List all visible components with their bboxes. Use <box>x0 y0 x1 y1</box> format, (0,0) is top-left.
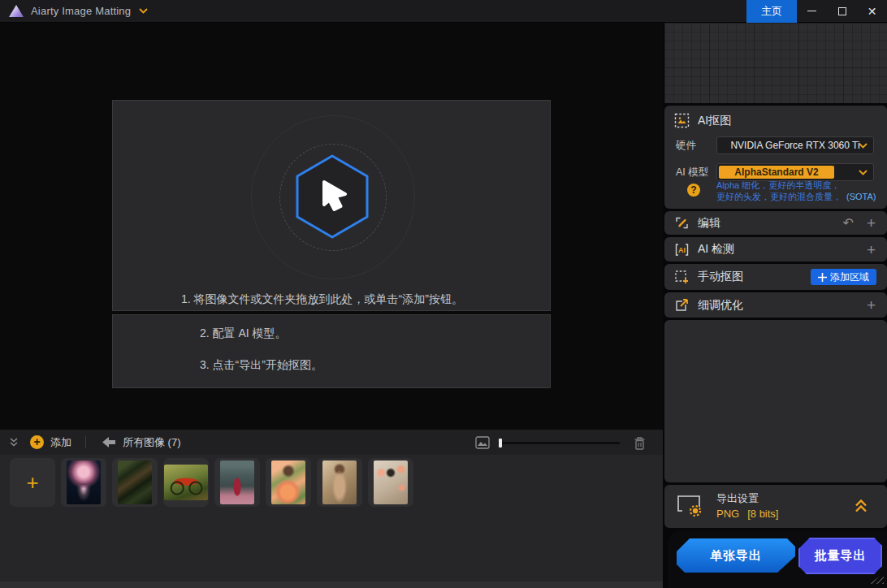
title-menu-chevron-down-icon[interactable] <box>139 8 148 14</box>
thumbnail-zoom-slider-handle[interactable] <box>499 439 502 447</box>
model-description: Alpha 细化，更好的半透明度， 更好的头发，更好的混合质量，(SOTA) <box>716 180 876 202</box>
thumbnail-image <box>220 460 254 504</box>
bottom-status-strip <box>0 582 663 588</box>
all-images-label[interactable]: 所有图像 (7) <box>123 435 181 450</box>
manual-matting-icon <box>674 270 690 285</box>
refine-label: 细调优化 <box>698 298 743 313</box>
model-label: AI 模型 <box>676 166 708 179</box>
app-logo-icon <box>9 5 24 17</box>
maximize-button[interactable] <box>827 0 857 23</box>
export-dock: 单张导出 批量导出 <box>668 530 887 588</box>
delete-trash-icon[interactable] <box>634 436 646 450</box>
ai-matting-icon <box>674 113 690 128</box>
crosshair-plus-icon <box>818 273 827 282</box>
thumbnail[interactable] <box>163 458 209 507</box>
dropzone-panel[interactable]: 1. 将图像文件或文件夹拖放到此处，或单击“添加”按钮。 <box>112 100 551 311</box>
hardware-value: NVIDIA GeForce RTX 3060 Ti <box>730 140 859 151</box>
refine-resize-icon <box>674 297 690 313</box>
model-description-line2: 更好的头发，更好的混合质量，(SOTA) <box>716 192 876 203</box>
titlebar: Aiarty Image Matting 主页 ✕ <box>0 0 887 23</box>
thumbnail-image <box>374 460 408 504</box>
add-region-label: 添加区域 <box>830 270 869 284</box>
add-region-button[interactable]: 添加区域 <box>811 269 876 285</box>
thumbnail[interactable] <box>61 458 106 507</box>
dropzone-hexagon-cursor-icon <box>293 153 371 240</box>
hardware-dropdown[interactable]: NVIDIA GeForce RTX 3060 Ti <box>716 136 874 154</box>
thumbnail-image <box>67 460 101 504</box>
resize-grip[interactable] <box>869 573 884 584</box>
batch-export-button[interactable]: 批量导出 <box>798 538 882 574</box>
thumbnail-image <box>271 460 305 504</box>
toolbar-divider <box>85 436 86 448</box>
main-canvas: 1. 将图像文件或文件夹拖放到此处，或单击“添加”按钮。 2. 配置 AI 模型… <box>0 23 663 429</box>
ai-detect-icon: AI <box>674 242 690 257</box>
ai-detect-label: AI 检测 <box>698 242 734 257</box>
sota-tag: (SOTA) <box>846 192 876 201</box>
thumbnail-image <box>118 460 152 504</box>
export-settings-section[interactable]: 导出设置 PNG[8 bits] <box>664 485 887 528</box>
export-settings-icon <box>676 493 703 517</box>
manual-matting-section[interactable]: 手动抠图 添加区域 <box>664 264 887 290</box>
edit-pencil-icon <box>674 215 690 231</box>
close-icon: ✕ <box>868 6 877 17</box>
export-format-value: PNG <box>716 508 739 520</box>
maximize-icon <box>838 7 846 15</box>
step3-text: 3. 点击“导出”开始抠图。 <box>200 358 322 373</box>
edit-section[interactable]: 编辑 ↶ + <box>664 211 887 235</box>
expand-edit-icon[interactable]: + <box>867 215 876 231</box>
thumbnail-zoom-slider[interactable] <box>498 442 620 444</box>
single-export-button[interactable]: 单张导出 <box>677 538 795 573</box>
model-value-pill: AlphaStandard V2 <box>719 166 834 179</box>
minimize-button[interactable] <box>797 0 827 23</box>
ai-matting-section: AI抠图 硬件 NVIDIA GeForce RTX 3060 Ti AI 模型… <box>664 106 887 209</box>
image-size-icon <box>475 436 490 449</box>
manual-matting-label: 手动抠图 <box>698 270 743 284</box>
thumbnail[interactable] <box>214 458 260 507</box>
home-button[interactable]: 主页 <box>746 0 797 23</box>
step2-text: 2. 配置 AI 模型。 <box>200 326 287 341</box>
export-format: PNG[8 bits] <box>716 508 778 520</box>
ai-detect-section[interactable]: AI AI 检测 + <box>664 237 887 262</box>
dropzone-step1-text: 1. 将图像文件或文件夹拖放到此处，或单击“添加”按钮。 <box>181 292 463 307</box>
thumbnail[interactable] <box>368 458 413 507</box>
filmstrip-toolbar: + 添加 所有图像 (7) <box>0 429 663 455</box>
model-description-line1: Alpha 细化，更好的半透明度， <box>716 180 876 192</box>
model-dropdown[interactable]: AlphaStandard V2 <box>716 163 874 181</box>
ai-matting-title: AI抠图 <box>698 114 731 128</box>
export-settings-title: 导出设置 <box>716 491 759 506</box>
model-help-icon[interactable]: ? <box>687 184 700 197</box>
export-bit-depth: [8 bits] <box>747 508 778 520</box>
thumbnail-image <box>322 460 357 504</box>
minimize-icon <box>807 11 816 12</box>
refine-section[interactable]: 细调优化 + <box>664 292 887 318</box>
filmstrip: + <box>0 455 663 588</box>
collapse-filmstrip-icon[interactable] <box>9 437 19 447</box>
right-sidebar: AI抠图 硬件 NVIDIA GeForce RTX 3060 Ti AI 模型… <box>663 23 887 588</box>
add-images-button[interactable]: + <box>30 435 44 449</box>
thumbnail[interactable] <box>317 458 362 507</box>
thumbnail[interactable] <box>266 458 311 507</box>
thumbnail[interactable] <box>112 458 158 507</box>
add-images-label[interactable]: 添加 <box>50 435 71 450</box>
plus-icon: + <box>26 472 38 493</box>
chevron-down-icon <box>859 143 868 149</box>
edit-label: 编辑 <box>698 216 720 231</box>
undo-icon[interactable]: ↶ <box>842 217 853 230</box>
back-arrow-icon[interactable] <box>102 436 116 448</box>
add-image-card[interactable]: + <box>10 458 55 507</box>
chevron-down-icon <box>859 170 868 175</box>
app-window: Aiarty Image Matting 主页 ✕ 1. 将图像文件或文件夹拖放… <box>0 0 887 588</box>
properties-panel-empty <box>664 320 887 482</box>
svg-text:AI: AI <box>678 246 686 254</box>
hardware-label: 硬件 <box>676 139 696 153</box>
expand-detect-icon[interactable]: + <box>867 242 876 257</box>
thumbnail-zoom-control <box>475 430 620 456</box>
collapse-export-icon[interactable] <box>853 499 869 513</box>
app-title: Aiarty Image Matting <box>31 5 131 17</box>
transparency-preview-grid <box>664 23 887 103</box>
steps-panel: 2. 配置 AI 模型。 3. 点击“导出”开始抠图。 <box>112 314 551 388</box>
close-button[interactable]: ✕ <box>857 0 887 23</box>
expand-refine-icon[interactable]: + <box>867 297 876 313</box>
thumbnail-image <box>164 465 208 500</box>
